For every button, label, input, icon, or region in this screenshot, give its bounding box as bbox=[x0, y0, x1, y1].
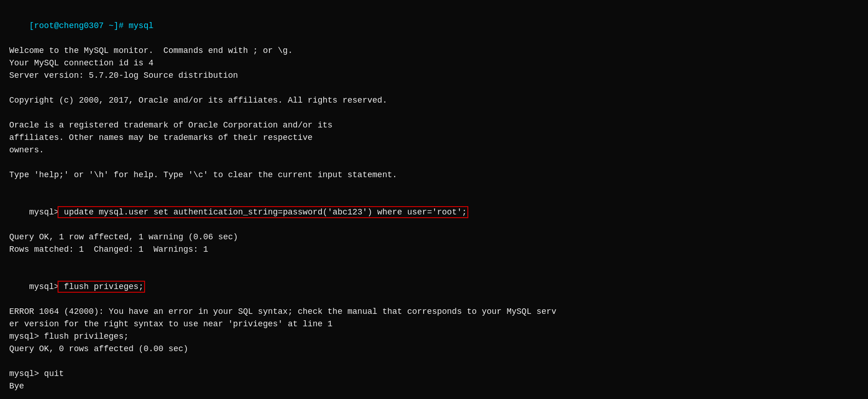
empty-line-1 bbox=[9, 82, 859, 94]
mysql-gt-1: > bbox=[54, 208, 59, 217]
mysql-prompt-2: mysql bbox=[29, 282, 54, 291]
mysql-gt-2: > bbox=[54, 282, 59, 291]
rows-matched-1: Rows matched: 1 Changed: 1 Warnings: 1 bbox=[9, 243, 859, 256]
command-prompt-line: [root@cheng0307 ~]# mysql bbox=[9, 7, 859, 45]
error-line-1: ERROR 1064 (42000): You have an error in… bbox=[9, 306, 859, 318]
mysql-command-1-highlighted: update mysql.user set authentication_str… bbox=[59, 208, 467, 217]
mysql-command-2-highlighted: flush privieges; bbox=[59, 282, 144, 291]
mysql-prompt-1: mysql bbox=[29, 208, 54, 217]
empty-line-6 bbox=[9, 355, 859, 368]
mysql-command-2-line: mysql> flush privieges; bbox=[9, 268, 859, 306]
output-line-1: Welcome to the MySQL monitor. Commands e… bbox=[9, 45, 859, 57]
empty-line-5 bbox=[9, 256, 859, 268]
query-ok-1: Query OK, 1 row affected, 1 warning (0.0… bbox=[9, 231, 859, 243]
output-line-2: Your MySQL connection id is 4 bbox=[9, 57, 859, 69]
bye-line: Bye bbox=[9, 380, 859, 393]
mysql-command-1-line: mysql> update mysql.user set authenticat… bbox=[9, 194, 859, 231]
error-line-2: er version for the right syntax to use n… bbox=[9, 318, 859, 330]
prompt-text: [root@cheng0307 ~]# mysql bbox=[29, 21, 153, 30]
quit-line: mysql> quit bbox=[9, 368, 859, 380]
output-line-5: Oracle is a registered trademark of Orac… bbox=[9, 119, 859, 132]
empty-line-3 bbox=[9, 156, 859, 169]
query-ok-2: Query OK, 0 rows affected (0.00 sec) bbox=[9, 343, 859, 355]
output-line-4: Copyright (c) 2000, 2017, Oracle and/or … bbox=[9, 94, 859, 107]
empty-line-2 bbox=[9, 107, 859, 119]
output-line-7: owners. bbox=[9, 144, 859, 156]
output-line-6: affiliates. Other names may be trademark… bbox=[9, 132, 859, 144]
empty-line-4 bbox=[9, 181, 859, 194]
terminal-window: [root@cheng0307 ~]# mysql Welcome to the… bbox=[9, 7, 859, 393]
output-line-8: Type 'help;' or '\h' for help. Type '\c'… bbox=[9, 169, 859, 181]
output-line-3: Server version: 5.7.20-log Source distri… bbox=[9, 69, 859, 82]
flush-privileges-line: mysql> flush privileges; bbox=[9, 330, 859, 343]
